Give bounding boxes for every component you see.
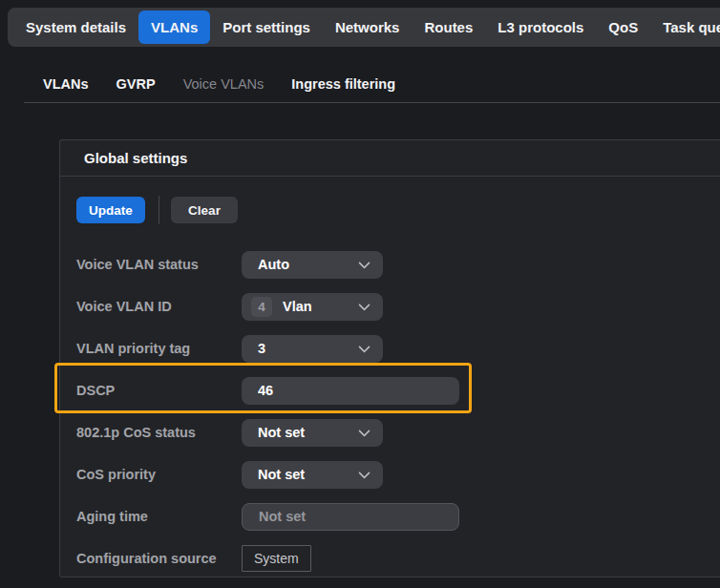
nav-tab-vlans[interactable]: VLANs [138,10,210,44]
field-label: Voice VLAN ID [76,299,242,314]
cos-priority-select[interactable]: Not set [242,461,383,489]
select-value: Vlan [283,299,312,314]
chevron-down-icon [358,341,371,353]
field-label: CoS priority [76,467,242,482]
chevron-down-icon [358,425,371,437]
nav-tab-port-settings[interactable]: Port settings [210,10,323,44]
form-row-8021p-cos-status: 802.1p CoS status Not set [76,418,720,447]
field-label: Voice VLAN status [76,257,242,272]
panel-body: Update Clear Voice VLAN status Auto Voic… [60,177,720,573]
subtab-gvrp[interactable]: GVRP [116,72,156,96]
vlan-priority-tag-select[interactable]: 3 [242,335,383,363]
form-row-cos-priority: CoS priority Not set [76,460,720,489]
vlans-subtabs: VLANs GVRP Voice VLANs Ingress filtering [0,72,720,96]
select-value: 3 [258,341,265,356]
cos-status-select[interactable]: Not set [242,419,383,447]
voice-vlans-settings-page: System details VLANs Port settings Netwo… [0,0,720,588]
nav-tab-l3-protocols[interactable]: L3 protocols [485,10,596,44]
form-row-voice-vlan-id: Voice VLAN ID 4 Vlan [76,292,720,321]
subtab-vlans[interactable]: VLANs [43,72,89,96]
nav-tab-task-queue[interactable]: Task queue [650,10,720,44]
subtab-ingress-filtering[interactable]: Ingress filtering [291,72,395,96]
chevron-down-icon [358,257,371,269]
subtab-voice-vlans[interactable]: Voice VLANs [183,72,265,96]
form-row-vlan-priority-tag: VLAN priority tag 3 [76,334,720,363]
form-row-voice-vlan-status: Voice VLAN status Auto [76,250,720,279]
nav-tab-qos[interactable]: QoS [596,10,650,44]
field-label: DSCP [76,383,242,398]
clear-button[interactable]: Clear [171,197,238,223]
configuration-source-value: System [242,545,311,572]
voice-vlan-id-select[interactable]: 4 Vlan [242,293,383,321]
field-label: 802.1p CoS status [76,425,242,440]
field-label: Configuration source [76,551,242,566]
form-row-configuration-source: Configuration source System [76,544,720,573]
chevron-down-icon [358,467,371,479]
top-navbar: System details VLANs Port settings Netwo… [8,8,720,47]
dscp-input[interactable] [242,377,459,405]
form-row-dscp: DSCP [76,376,720,405]
chevron-down-icon [358,299,371,311]
subtabs-divider [24,102,720,103]
nav-tab-networks[interactable]: Networks [323,10,413,44]
panel-header: Global settings [60,140,720,177]
select-value: Not set [258,425,305,440]
select-value: Auto [258,257,289,272]
panel-title: Global settings [84,150,187,166]
action-buttons-row: Update Clear [76,196,720,224]
field-label: VLAN priority tag [76,341,242,356]
field-label: Aging time [76,509,242,524]
nav-tab-routes[interactable]: Routes [412,10,485,44]
button-divider [159,196,159,224]
nav-tab-system-details[interactable]: System details [13,10,138,44]
select-value: Not set [258,467,305,482]
aging-time-input[interactable] [242,503,459,531]
form-row-aging-time: Aging time [76,502,720,531]
vlan-id-badge: 4 [251,297,272,317]
update-button[interactable]: Update [76,197,145,223]
voice-vlan-status-select[interactable]: Auto [242,251,383,279]
global-settings-panel: Global settings Update Clear Voice VLAN … [59,139,720,578]
